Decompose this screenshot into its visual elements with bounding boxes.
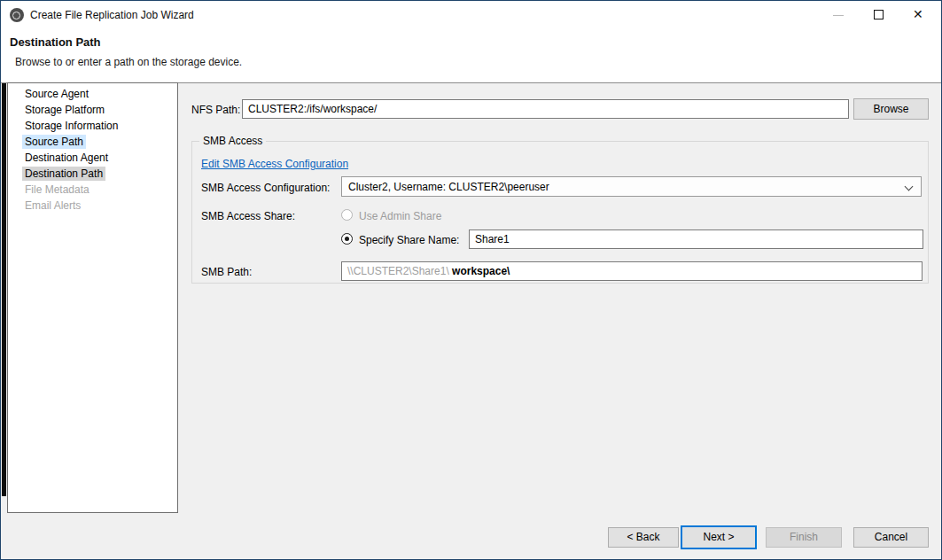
window-title: Create File Replication Job Wizard xyxy=(30,9,194,21)
smb-access-group-title: SMB Access xyxy=(199,135,266,147)
use-admin-share-radio xyxy=(341,209,353,221)
sidebar-item-source-path[interactable]: Source Path xyxy=(8,134,177,150)
edit-smb-access-link[interactable]: Edit SMB Access Configuration xyxy=(201,158,348,170)
cancel-button[interactable]: Cancel xyxy=(853,527,929,548)
title-bar: Create File Replication Job Wizard ✕ xyxy=(1,1,941,29)
sidebar-item-destination-path[interactable]: Destination Path xyxy=(8,166,177,182)
smb-path-prefix: \\CLUSTER2\Share1\ xyxy=(347,265,452,277)
left-edge-strip xyxy=(2,83,6,496)
maximize-icon xyxy=(874,10,884,19)
close-icon: ✕ xyxy=(913,7,923,21)
share-name-input[interactable] xyxy=(469,229,923,249)
use-admin-share-radio-label: Use Admin Share xyxy=(359,210,441,222)
smb-path-label: SMB Path: xyxy=(201,266,252,278)
smb-access-group: SMB Access Edit SMB Access Configuration… xyxy=(191,141,929,284)
smb-access-config-label: SMB Access Configuration: xyxy=(201,182,330,194)
back-button[interactable]: < Back xyxy=(608,527,679,548)
sidebar-item-storage-information[interactable]: Storage Information xyxy=(8,118,177,134)
specify-share-name-radio[interactable] xyxy=(341,233,353,245)
smb-access-config-dropdown[interactable]: Cluster2, Username: CLUSTER2\peeruser xyxy=(341,176,922,197)
sidebar-item-source-agent[interactable]: Source Agent xyxy=(8,86,177,102)
sidebar-item-storage-platform[interactable]: Storage Platform xyxy=(8,102,177,118)
sidebar-item-destination-agent[interactable]: Destination Agent xyxy=(8,150,177,166)
close-button[interactable]: ✕ xyxy=(899,1,940,29)
sidebar-item-file-metadata: File Metadata xyxy=(8,182,177,198)
minimize-button[interactable] xyxy=(818,1,859,29)
browse-button[interactable]: Browse xyxy=(853,98,929,120)
chevron-down-icon xyxy=(905,183,914,191)
sidebar-item-email-alerts: Email Alerts xyxy=(8,198,177,214)
next-button[interactable]: Next > xyxy=(681,525,757,549)
specify-share-name-radio-label: Specify Share Name: xyxy=(359,234,459,246)
page-title: Destination Path xyxy=(10,35,101,49)
page-subtitle: Browse to or enter a path on the storage… xyxy=(15,56,242,68)
minimize-icon xyxy=(833,15,844,16)
nfs-path-label: NFS Path: xyxy=(191,104,240,116)
wizard-header: Destination Path Browse to or enter a pa… xyxy=(1,29,941,83)
smb-access-share-label: SMB Access Share: xyxy=(201,210,295,222)
app-logo-icon xyxy=(10,8,24,22)
finish-button: Finish xyxy=(766,527,842,548)
wizard-window: Create File Replication Job Wizard ✕ Des… xyxy=(0,0,942,560)
nfs-path-input[interactable] xyxy=(242,99,849,119)
wizard-steps-sidebar: Source Agent Storage Platform Storage In… xyxy=(7,82,178,513)
maximize-button[interactable] xyxy=(859,1,899,29)
smb-access-config-value: Cluster2, Username: CLUSTER2\peeruser xyxy=(348,181,549,193)
smb-path-suffix: workspace\ xyxy=(452,265,510,277)
smb-path-input[interactable]: \\CLUSTER2\Share1\ workspace\ xyxy=(341,261,923,281)
